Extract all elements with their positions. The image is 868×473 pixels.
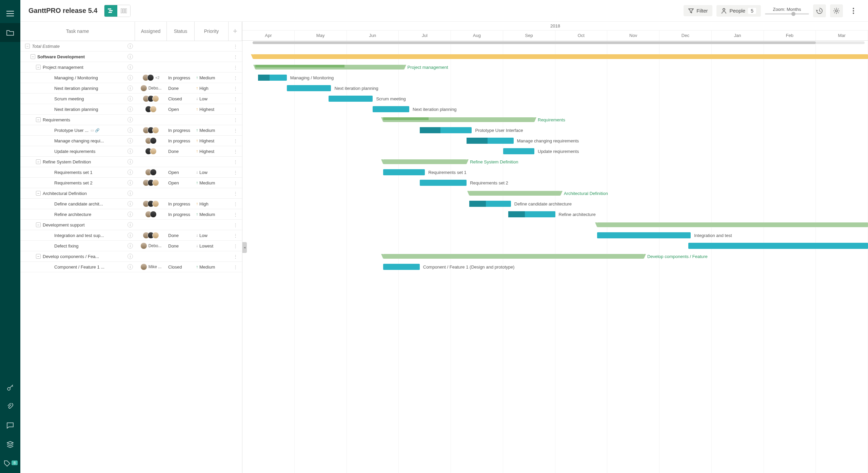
gantt-bar[interactable]: Prototype User Interface <box>420 127 472 133</box>
info-icon[interactable]: i <box>127 180 133 185</box>
row-more-icon[interactable]: ⋮ <box>229 149 242 154</box>
gantt-bar[interactable]: Update reqiurements <box>503 148 534 154</box>
info-icon[interactable]: i <box>127 43 133 49</box>
priority-cell[interactable]: ↑ Medium <box>195 128 229 133</box>
task-row[interactable]: Managing / Monitoring i +2 In progress ↑… <box>20 73 242 83</box>
history-icon[interactable] <box>813 4 826 17</box>
col-status[interactable]: Status <box>167 22 195 41</box>
task-row[interactable]: − Refine System Definition i ⋮ <box>20 157 242 167</box>
row-more-icon[interactable]: ⋮ <box>229 264 242 270</box>
gantt-bar[interactable]: Requirements set 2 <box>420 180 467 186</box>
status-cell[interactable]: In progress <box>167 201 195 206</box>
status-cell[interactable]: Open <box>167 180 195 185</box>
info-icon[interactable]: i <box>127 222 133 228</box>
priority-cell[interactable]: ↓ Low <box>195 96 229 101</box>
row-more-icon[interactable]: ⋮ <box>229 212 242 217</box>
priority-cell[interactable]: ↑ High <box>195 86 229 91</box>
status-cell[interactable]: In progress <box>167 128 195 133</box>
collapse-icon[interactable]: − <box>36 191 41 196</box>
info-icon[interactable]: i <box>127 254 133 259</box>
priority-cell[interactable]: ↑ Highest <box>195 149 229 154</box>
row-more-icon[interactable]: ⋮ <box>229 233 242 238</box>
task-row[interactable]: Defect fixing i Debo... Done ↓ Lowest ⋮ <box>20 241 242 251</box>
assigned-cell[interactable]: Debo... <box>135 85 167 92</box>
assigned-cell[interactable]: Debo... <box>135 242 167 249</box>
task-row[interactable]: Next iteration planning i Debo... Done ↑… <box>20 83 242 94</box>
priority-cell[interactable]: ↓ Low <box>195 170 229 175</box>
priority-cell[interactable]: ↓ Lowest <box>195 243 229 249</box>
add-column-button[interactable]: + <box>229 22 242 41</box>
row-more-icon[interactable]: ⋮ <box>229 54 242 59</box>
status-cell[interactable]: Done <box>167 233 195 238</box>
gantt-bar[interactable]: Refine architecture <box>508 211 555 217</box>
info-icon[interactable]: i <box>127 170 133 175</box>
task-row[interactable]: Define candidate archit... i In progress… <box>20 199 242 209</box>
task-row[interactable]: Requirements set 1 i Open ↓ Low ⋮ <box>20 167 242 178</box>
collapse-icon[interactable]: − <box>36 254 41 259</box>
settings-icon[interactable] <box>830 4 843 17</box>
assigned-cell[interactable] <box>135 211 167 218</box>
info-icon[interactable]: i <box>127 191 133 196</box>
col-assigned[interactable]: Assigned <box>135 22 167 41</box>
task-row[interactable]: Integration and test sup... i Done ↓ Low… <box>20 230 242 241</box>
gantt-bar[interactable]: Integration and test <box>597 232 691 238</box>
task-row[interactable]: Prototype User ... ▭ 🔗 i In progress ↑ M… <box>20 125 242 136</box>
people-button[interactable]: People 5 <box>716 5 761 17</box>
status-cell[interactable]: In progress <box>167 212 195 217</box>
task-row[interactable]: − Software Development i ⋮ <box>20 52 242 62</box>
priority-cell[interactable]: ↑ Medium <box>195 264 229 270</box>
priority-cell[interactable]: ↑ Highest <box>195 138 229 143</box>
status-cell[interactable]: Done <box>167 86 195 91</box>
task-row[interactable]: Manage changing requi... i In progress ↑… <box>20 136 242 146</box>
row-more-icon[interactable]: ⋮ <box>229 222 242 228</box>
key-icon[interactable] <box>0 378 20 397</box>
gantt-bar[interactable]: Requirements <box>383 117 534 122</box>
gantt-bar[interactable]: Project management <box>255 65 404 70</box>
row-more-icon[interactable]: ⋮ <box>229 86 242 91</box>
row-more-icon[interactable]: ⋮ <box>229 191 242 196</box>
task-row[interactable]: Next iteration planning i Open ↑ Highest… <box>20 104 242 115</box>
collapse-icon[interactable]: − <box>36 222 41 227</box>
gantt-bar[interactable]: Requirements set 1 <box>383 169 425 175</box>
assigned-cell[interactable] <box>135 127 167 134</box>
gantt-bar[interactable]: Component / Feature 1 (Design and protot… <box>383 264 420 270</box>
status-cell[interactable]: Open <box>167 170 195 175</box>
info-icon[interactable]: i <box>127 233 133 238</box>
status-cell[interactable]: Closed <box>167 96 195 101</box>
row-more-icon[interactable]: ⋮ <box>229 201 242 206</box>
collapse-icon[interactable]: − <box>36 159 41 164</box>
info-icon[interactable]: i <box>127 127 133 133</box>
gantt-bar[interactable] <box>597 222 868 227</box>
row-more-icon[interactable]: ⋮ <box>229 44 242 49</box>
zoom-slider[interactable] <box>765 13 809 15</box>
assigned-cell[interactable] <box>135 148 167 155</box>
gantt-bar[interactable]: Develop components / Feature <box>383 254 644 259</box>
gantt-bar[interactable]: Refine System Definition <box>383 159 467 164</box>
row-more-icon[interactable]: ⋮ <box>229 138 242 143</box>
gantt-view-button[interactable] <box>104 5 117 17</box>
status-cell[interactable]: Closed <box>167 264 195 270</box>
board-view-button[interactable] <box>117 5 130 17</box>
info-icon[interactable]: i <box>127 106 133 112</box>
task-row[interactable]: − Requirements i ⋮ <box>20 115 242 125</box>
tag-icon[interactable]: 8 <box>0 454 20 473</box>
info-icon[interactable]: i <box>127 96 133 101</box>
assigned-cell[interactable] <box>135 232 167 239</box>
row-more-icon[interactable]: ⋮ <box>229 254 242 259</box>
task-row[interactable]: − Development support i ⋮ <box>20 220 242 230</box>
assigned-cell[interactable]: Mike ... <box>135 263 167 270</box>
status-cell[interactable]: Open <box>167 107 195 112</box>
collapse-icon[interactable]: − <box>36 65 41 70</box>
layers-icon[interactable] <box>0 435 20 454</box>
gantt-bar[interactable]: Managing / Monitoring <box>258 75 287 81</box>
info-icon[interactable]: i <box>127 159 133 164</box>
collapse-icon[interactable]: − <box>31 54 35 59</box>
task-row[interactable]: Refine architecture i In progress ↑ Medi… <box>20 209 242 220</box>
status-cell[interactable]: In progress <box>167 75 195 80</box>
task-row[interactable]: − Total Estimate i ⋮ <box>20 41 242 52</box>
assigned-cell[interactable] <box>135 106 167 113</box>
attachment-icon[interactable] <box>0 397 20 416</box>
priority-cell[interactable]: ↓ Low <box>195 233 229 238</box>
task-row[interactable]: Requirements set 2 i Open ↑ Medium ⋮ <box>20 178 242 188</box>
priority-cell[interactable]: ↑ Medium <box>195 212 229 217</box>
